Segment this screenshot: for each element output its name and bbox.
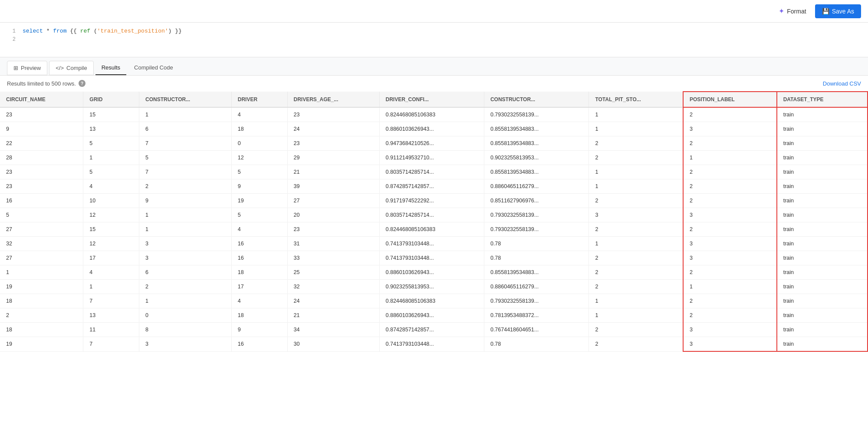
code-line-1: 1 select * from {{ ref ('train_test_posi… [7, 28, 861, 34]
table-row: 51215200.8035714285714...0.7930232558139… [0, 208, 868, 222]
save-icon: 💾 [822, 8, 829, 15]
table-cell: 7 [83, 337, 139, 352]
table-cell: 0.7674418604651... [484, 323, 589, 337]
table-cell: 1 [139, 208, 232, 222]
table-cell: 23 [287, 107, 379, 122]
table-cell: 1 [589, 107, 683, 122]
code-line-2: 2 [7, 36, 861, 43]
table-cell: 0.824468085106383 [379, 294, 484, 308]
table-cell: 25 [287, 265, 379, 280]
results-info-bar: Results limited to 500 rows. ? Download … [0, 76, 868, 91]
table-cell: 0.8860103626943... [379, 265, 484, 280]
table-cell: 2 [589, 136, 683, 151]
table-cell: 16 [231, 251, 287, 265]
table-cell: 23 [287, 222, 379, 237]
code-editor[interactable]: 1 select * from {{ ref ('train_test_posi… [0, 23, 868, 57]
table-cell: 2 [139, 280, 232, 294]
table-cell: 0.824468085106383 [379, 107, 484, 122]
preview-grid-icon: ⊞ [13, 65, 18, 71]
table-row: 197316300.7413793103448...0.7823train [0, 337, 868, 352]
table-cell: train [777, 222, 868, 237]
table-cell: 12 [231, 151, 287, 165]
table-cell: train [777, 251, 868, 265]
table-cell: 1 [139, 107, 232, 122]
format-button[interactable]: ✦ Format [773, 4, 811, 18]
col-header-position-label: POSITION_LABEL [683, 92, 777, 107]
top-toolbar: ✦ Format 💾 Save As [0, 0, 868, 23]
table-cell: 19 [231, 194, 287, 208]
download-csv-link[interactable]: Download CSV [823, 80, 861, 87]
table-cell: 0.7413793103448... [379, 237, 484, 251]
table-cell: 0.8558139534883... [484, 265, 589, 280]
table-cell: 0.7930232558139... [484, 222, 589, 237]
table-cell: 0.78 [484, 337, 589, 352]
table-row: 14618250.8860103626943...0.8558139534883… [0, 265, 868, 280]
table-cell: 4 [83, 265, 139, 280]
table-cell: 18 [231, 265, 287, 280]
col-header-constructor1: CONSTRUCTOR... [139, 92, 232, 107]
table-cell: 0.8558139534883... [484, 122, 589, 136]
table-cell: 3 [683, 251, 777, 265]
table-body: 231514230.8244680851063830.7930232558139… [0, 107, 868, 351]
table-cell: train [777, 136, 868, 151]
table-cell: 2 [683, 179, 777, 194]
col-header-circuit-name: CIRCUIT_NAME [0, 92, 83, 107]
table-cell: 0.9171974522292... [379, 194, 484, 208]
table-cell: 15 [83, 222, 139, 237]
table-cell: train [777, 194, 868, 208]
table-cell: 0.9023255813953... [379, 280, 484, 294]
table-cell: 27 [287, 194, 379, 208]
table-cell: 1 [589, 179, 683, 194]
table-cell: 2 [589, 323, 683, 337]
table-cell: 5 [0, 208, 83, 222]
table-cell: 23 [0, 179, 83, 194]
table-cell: 0.8860465116279... [484, 179, 589, 194]
table-cell: 21 [287, 308, 379, 323]
table-cell: 18 [231, 308, 287, 323]
table-cell: 1 [589, 294, 683, 308]
table-cell: 19 [0, 337, 83, 352]
table-cell: 2 [683, 222, 777, 237]
table-cell: 24 [287, 122, 379, 136]
table-cell: 1 [683, 151, 777, 165]
table-cell: 0.8860465116279... [484, 280, 589, 294]
results-table-container: CIRCUIT_NAME GRID CONSTRUCTOR... DRIVER … [0, 91, 868, 352]
table-cell: 15 [83, 107, 139, 122]
table-cell: 2 [683, 107, 777, 122]
table-cell: train [777, 280, 868, 294]
save-as-button[interactable]: 💾 Save As [815, 4, 861, 18]
table-cell: 6 [139, 122, 232, 136]
table-cell: 2 [589, 151, 683, 165]
table-cell: train [777, 179, 868, 194]
tab-compile[interactable]: </> Compile [49, 61, 93, 75]
table-cell: 5 [139, 151, 232, 165]
table-cell: 0.78 [484, 237, 589, 251]
table-cell: 7 [83, 294, 139, 308]
table-cell: 1 [589, 237, 683, 251]
tab-preview[interactable]: ⊞ Preview [7, 61, 47, 75]
table-cell: 0 [231, 136, 287, 151]
table-cell: 29 [287, 151, 379, 165]
table-cell: 0.7413793103448... [379, 251, 484, 265]
table-cell: 22 [0, 136, 83, 151]
table-cell: 23 [287, 136, 379, 151]
tab-results[interactable]: Results [95, 61, 126, 75]
table-cell: 16 [231, 337, 287, 352]
table-cell: 27 [0, 222, 83, 237]
table-cell: 4 [231, 294, 287, 308]
table-cell: 0.8860103626943... [379, 308, 484, 323]
table-cell: 0.8035714285714... [379, 165, 484, 179]
table-cell: 2 [683, 294, 777, 308]
table-cell: 32 [0, 237, 83, 251]
table-cell: train [777, 107, 868, 122]
tab-compiled-code[interactable]: Compiled Code [128, 61, 179, 75]
table-cell: 1 [83, 151, 139, 165]
table-cell: 23 [0, 165, 83, 179]
table-cell: 0.8742857142857... [379, 179, 484, 194]
table-cell: 1 [139, 222, 232, 237]
help-icon[interactable]: ? [79, 80, 85, 87]
table-cell: 2 [683, 136, 777, 151]
table-cell: 7 [139, 136, 232, 151]
tab-compile-label: Compile [66, 65, 87, 71]
code-content-1: select * from {{ ref ('train_test_positi… [23, 28, 182, 34]
